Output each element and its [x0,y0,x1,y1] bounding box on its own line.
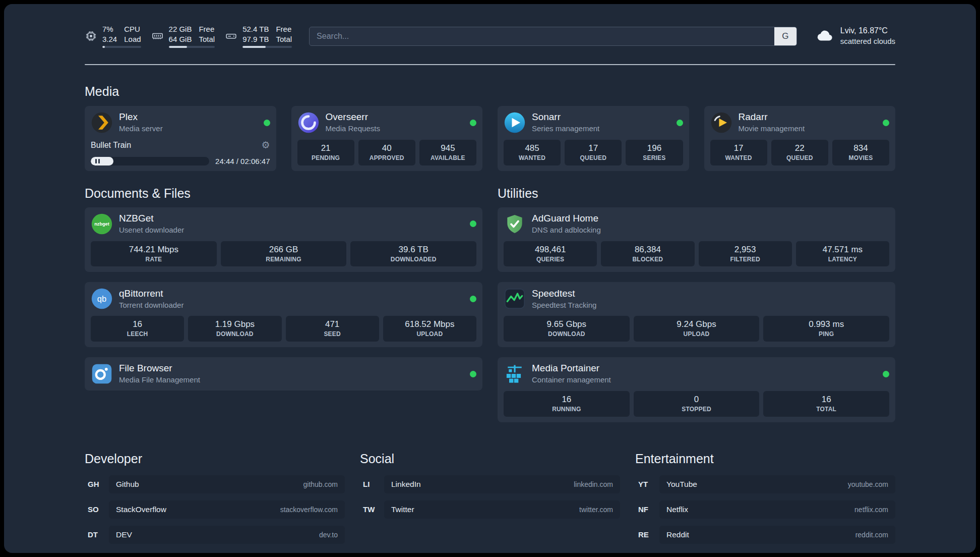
service-name: Media Portainer [532,363,611,374]
stat-box: 21PENDING [297,140,354,165]
search-bar: G [309,27,797,46]
portainer-icon [504,363,526,385]
bookmark-abbr: NF [635,505,659,514]
service-card-plex[interactable]: Plex Media server Bullet Train ⚙ 24:4 [85,106,276,171]
section-title-social: Social [360,452,620,466]
stat-box: 40APPROVED [358,140,415,165]
stat-box: 39.6 TBDOWNLOADED [350,241,476,267]
svg-text:nzbget: nzbget [94,221,109,227]
cpu-load-value: 3.24 [102,34,117,44]
playback-progress-bar[interactable] [91,157,209,165]
cpu-icon [85,30,97,42]
section-title-developer: Developer [85,452,345,466]
bookmark-group-entertainment: Entertainment YT YouTubeyoutube.com NF N… [635,452,895,544]
ram-free-label: Free [199,24,215,34]
bookmark-group-developer: Developer GH Githubgithub.com SO StackOv… [85,452,345,544]
bookmark-group-social: Social LI LinkedInlinkedin.com TW Twitte… [360,452,620,544]
bookmark-abbr: LI [360,480,384,488]
stat-box: 0.993 msPING [763,316,889,342]
stat-box: 22QUEUED [771,140,828,165]
status-dot [264,120,270,126]
bookmark-item-twitter[interactable]: TW Twittertwitter.com [360,500,620,519]
service-subtitle: Torrent downloader [119,300,183,310]
bookmark-abbr: SO [85,505,109,514]
nzbget-icon: nzbget [91,213,113,235]
stat-box: 16TOTAL [763,391,889,417]
topbar-divider [85,64,895,65]
service-name: Sonarr [532,112,599,123]
service-subtitle: Usenet downloader [119,225,184,235]
service-card-adguard[interactable]: AdGuard Home DNS and adblocking 498,461Q… [498,207,895,272]
disk-total-value: 97.9 TB [242,34,269,44]
ram-total-value: 64 GiB [169,34,192,44]
disk-icon [225,30,237,42]
speedtest-icon [504,288,526,310]
stat-box: 17QUEUED [565,140,622,165]
memory-icon [151,30,164,42]
stat-box: 485WANTED [504,140,561,165]
plex-icon [91,112,113,134]
cpu-usage-value: 7% [102,24,117,34]
bookmark-abbr: YT [635,480,659,488]
stat-box: 2,953FILTERED [699,241,792,267]
service-card-filebrowser[interactable]: File Browser Media File Management [85,357,482,391]
stat-box: 86,384BLOCKED [601,241,694,267]
search-provider-button[interactable]: G [774,27,797,45]
service-subtitle: Movie management [739,124,805,134]
svg-text:qb: qb [97,295,106,304]
bookmark-item-github[interactable]: GH Githubgithub.com [85,475,345,493]
stat-box: 16LEECH [91,316,184,342]
service-card-overseerr[interactable]: Overseerr Media Requests 21PENDING 40APP… [291,106,483,171]
bookmark-item-netflix[interactable]: NF Netflixnetflix.com [635,500,895,519]
bookmark-item-stackoverflow[interactable]: SO StackOverflowstackoverflow.com [85,500,345,519]
disk-total-label: Total [276,34,292,44]
service-card-speedtest[interactable]: Speedtest Speedtest Tracking 9.65 GbpsDO… [498,282,895,347]
status-dot [883,120,889,126]
service-card-nzbget[interactable]: nzbget NZBGet Usenet downloader 744.21 M… [85,207,482,272]
dashboard-page: 7% 3.24 CPU Load [4,4,976,553]
service-card-radarr[interactable]: Radarr Movie management 17WANTED 22QUEUE… [704,106,896,171]
cloud-icon [815,26,834,47]
pause-icon[interactable] [95,159,100,163]
disk-free-label: Free [276,24,292,34]
service-name: qBittorrent [119,288,183,300]
bookmark-item-linkedin[interactable]: LI LinkedInlinkedin.com [360,475,620,493]
now-playing-title: Bullet Train [91,141,131,150]
cpu-usage-bar [102,46,141,48]
bookmark-item-youtube[interactable]: YT YouTubeyoutube.com [635,475,895,493]
service-subtitle: Speedtest Tracking [532,300,596,310]
sonarr-icon [504,112,526,134]
ram-usage-bar [169,46,215,48]
service-name: Speedtest [532,288,596,300]
bookmark-item-reddit[interactable]: RE Redditreddit.com [635,526,895,544]
status-dot [470,220,476,227]
search-input[interactable] [309,27,797,46]
bookmark-abbr: GH [85,480,109,488]
status-dot [470,120,476,126]
service-card-qbittorrent[interactable]: qb qBittorrent Torrent downloader 16LEEC… [85,282,482,347]
disk-usage-bar [242,46,292,48]
section-title-media: Media [85,84,895,99]
service-name: File Browser [119,363,200,374]
section-title-documents: Documents & Files [85,186,482,201]
weather-condition: scattered clouds [840,36,895,46]
service-name: Overseerr [326,112,380,123]
stat-box: 196SERIES [626,140,683,165]
topbar: 7% 3.24 CPU Load [85,24,895,48]
stat-box: 618.52 MbpsUPLOAD [383,316,476,342]
bookmark-abbr: DT [85,530,109,539]
bookmark-item-dev[interactable]: DT DEVdev.to [85,526,345,544]
service-subtitle: Container management [532,375,611,385]
stat-box: 9.65 GbpsDOWNLOAD [504,316,630,342]
stat-box: 47.571 msLATENCY [796,241,889,267]
status-dot [470,371,476,377]
service-card-sonarr[interactable]: Sonarr Series management 485WANTED 17QUE… [498,106,689,171]
service-subtitle: DNS and adblocking [532,225,601,235]
cpu-label: CPU [124,24,141,34]
gear-icon[interactable]: ⚙ [261,140,270,150]
service-card-portainer[interactable]: Media Portainer Container management 16R… [498,357,895,422]
service-subtitle: Series management [532,124,599,134]
service-name: Radarr [739,112,805,123]
stat-box: 744.21 MbpsRATE [91,241,217,267]
weather-location: Lviv, 16.87°C [840,26,895,36]
